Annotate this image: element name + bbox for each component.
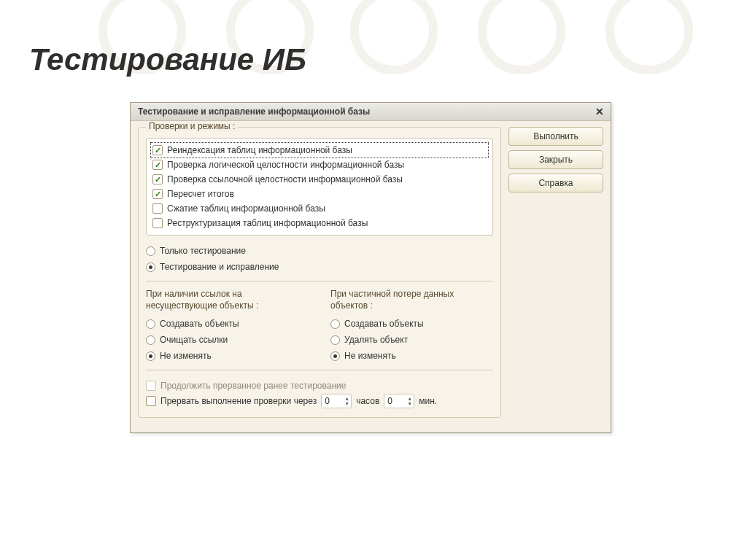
checkbox-icon: ✓	[152, 145, 163, 155]
radio-label: Только тестирование	[160, 246, 246, 256]
radio-icon	[146, 262, 155, 272]
check-logical-integrity[interactable]: ✓ Проверка логической целостности информ…	[151, 158, 488, 172]
partial-loss-create[interactable]: Создавать объекты	[330, 316, 493, 332]
hours-unit: часов	[356, 396, 379, 406]
checkbox-icon	[152, 203, 163, 214]
right-column: Выполнить Закрыть Справка	[508, 127, 603, 425]
radio-icon	[146, 319, 155, 329]
spinner-arrows-icon: ▲▼	[344, 396, 349, 406]
ref-missing-create[interactable]: Создавать объекты	[146, 316, 309, 332]
radio-label: Очищать ссылки	[160, 335, 228, 345]
checkbox-icon: ✓	[152, 160, 163, 170]
radio-icon	[146, 351, 155, 361]
close-button[interactable]: Закрыть	[508, 150, 603, 169]
timeout-row[interactable]: Прервать выполнение проверки через 0 ▲▼ …	[146, 391, 493, 408]
radio-label: Создавать объекты	[160, 319, 239, 329]
ref-missing-clear[interactable]: Очищать ссылки	[146, 332, 309, 348]
separator	[146, 281, 493, 281]
checkbox-icon: ✓	[152, 189, 163, 199]
checkbox-icon	[146, 381, 156, 391]
ref-missing-column: При наличии ссылок на несуществующие объ…	[146, 289, 309, 364]
radio-label: Создавать объекты	[344, 319, 424, 329]
radio-icon	[330, 351, 340, 361]
check-referential-integrity[interactable]: ✓ Проверка ссылочной целостности информа…	[151, 172, 488, 187]
radio-icon	[146, 246, 155, 256]
check-label: Реиндексация таблиц информационной базы	[167, 145, 352, 155]
checkbox-icon	[146, 396, 156, 406]
dialog-title: Тестирование и исправление информационно…	[138, 106, 370, 117]
bg-circle	[605, 0, 693, 74]
partial-loss-heading: При частичной потере данных объектов :	[330, 289, 493, 311]
radio-label: Тестирование и исправление	[160, 262, 279, 272]
mode-test-and-fix[interactable]: Тестирование и исправление	[146, 259, 493, 275]
resume-previous: Продолжить прерванное ранее тестирование	[146, 378, 493, 391]
minutes-value: 0	[387, 396, 392, 406]
radio-icon	[330, 335, 340, 345]
check-compress-tables[interactable]: Сжатие таблиц информационной базы	[151, 201, 488, 216]
mode-test-only[interactable]: Только тестирование	[146, 243, 493, 259]
check-restructure-tables[interactable]: Реструктуризация таблиц информационной б…	[151, 216, 488, 230]
radio-icon	[146, 335, 155, 345]
hours-spinner[interactable]: 0 ▲▼	[321, 394, 352, 408]
checks-group: Проверки и режимы : ✓ Реиндексация табли…	[138, 127, 501, 418]
bg-circle	[478, 0, 565, 74]
timeout-label-prefix: Прервать выполнение проверки через	[160, 396, 317, 406]
partial-loss-delete[interactable]: Удалять объект	[330, 332, 493, 348]
partial-loss-column: При частичной потере данных объектов : С…	[330, 289, 493, 364]
resume-label: Продолжить прерванное ранее тестирование	[160, 381, 346, 391]
help-button[interactable]: Справка	[508, 174, 603, 192]
check-label: Сжатие таблиц информационной базы	[167, 203, 325, 214]
minutes-spinner[interactable]: 0 ▲▼	[384, 394, 414, 408]
ref-missing-keep[interactable]: Не изменять	[146, 348, 309, 364]
close-icon[interactable]: ✕	[593, 105, 606, 118]
spinner-arrows-icon: ▲▼	[407, 396, 412, 406]
hours-value: 0	[325, 396, 330, 406]
checks-group-title: Проверки и режимы :	[146, 121, 238, 131]
radio-label: Удалять объект	[344, 335, 408, 345]
partial-loss-keep[interactable]: Не изменять	[330, 348, 493, 364]
radio-label: Не изменять	[160, 351, 212, 361]
minutes-unit: мин.	[419, 396, 437, 406]
check-reindex[interactable]: ✓ Реиндексация таблиц информационной баз…	[151, 143, 488, 158]
radio-label: Не изменять	[344, 351, 396, 361]
checks-list: ✓ Реиндексация таблиц информационной баз…	[146, 138, 493, 236]
check-label: Проверка логической целостности информац…	[167, 160, 404, 170]
dialog-body: Проверки и режимы : ✓ Реиндексация табли…	[131, 121, 611, 432]
fix-options-columns: При наличии ссылок на несуществующие объ…	[146, 289, 493, 364]
execute-button[interactable]: Выполнить	[508, 127, 603, 146]
titlebar: Тестирование и исправление информационно…	[131, 103, 611, 121]
check-label: Проверка ссылочной целостности информаци…	[167, 174, 403, 184]
radio-icon	[330, 319, 340, 329]
bg-circle	[350, 0, 438, 74]
check-recalc-totals[interactable]: ✓ Пересчет итогов	[151, 187, 488, 201]
checkbox-icon: ✓	[152, 174, 163, 184]
left-column: Проверки и режимы : ✓ Реиндексация табли…	[138, 127, 501, 425]
separator	[146, 370, 493, 370]
check-label: Реструктуризация таблиц информационной б…	[167, 218, 368, 228]
slide-title: Тестирование ИБ	[29, 42, 306, 77]
check-label: Пересчет итогов	[167, 189, 234, 199]
checkbox-icon	[152, 218, 163, 228]
dialog: Тестирование и исправление информационно…	[130, 102, 611, 433]
ref-missing-heading: При наличии ссылок на несуществующие объ…	[146, 289, 309, 311]
